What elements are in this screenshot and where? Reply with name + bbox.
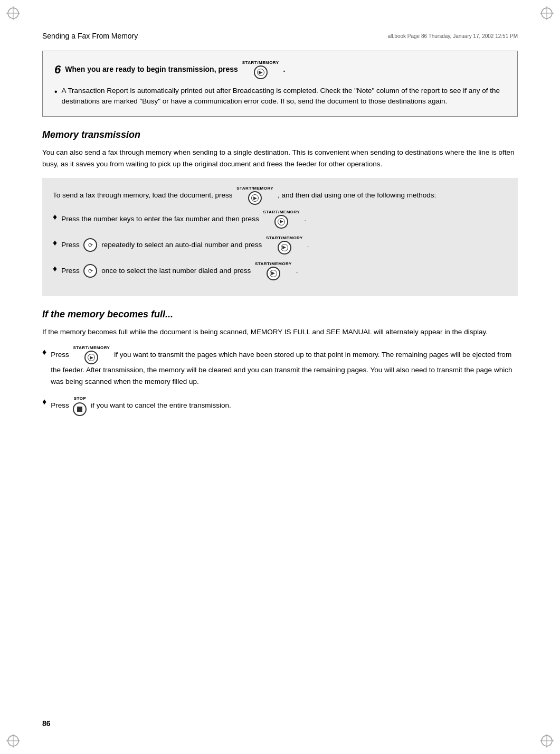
start-memory-inner-b3: ▶: [270, 270, 277, 277]
corner-mark-br: [539, 733, 555, 749]
start-memory-button-step6: START/MEMORY ▶: [242, 61, 279, 79]
start-memory-button-b1: START/MEMORY ▶: [263, 210, 300, 229]
start-memory-inner-info: ▶: [251, 194, 259, 202]
bullet-dot-3: ♦: [53, 262, 57, 275]
start-memory-arrow-info: ▶: [253, 194, 257, 202]
start-memory-circle-b2: ▶: [278, 241, 291, 255]
start-memory-circle-b3: ▶: [267, 267, 280, 280]
start-memory-circle-step6: ▶: [254, 65, 268, 79]
bullet-dot-mf2: ♦: [42, 397, 46, 407]
start-memory-circle-mf1: ▶: [84, 351, 98, 364]
start-memory-button-b2: START/MEMORY ▶: [266, 236, 303, 255]
step6-bullet: • A Transaction Report is automatically …: [54, 86, 506, 107]
info-box-intro: To send a fax through memory, load the d…: [53, 186, 507, 205]
start-memory-inner-step6: ▶: [257, 69, 264, 76]
info-bullet-2: ♦ Press ⟳ repeatedly to select an auto-d…: [53, 236, 507, 255]
info-bullet-3: ♦ Press ⟳ once to select the last number…: [53, 262, 507, 280]
info-bullet-1: ♦ Press the number keys to enter the fax…: [53, 210, 507, 229]
scroll-arrow-b3: ⟳: [88, 267, 93, 276]
start-memory-inner-b2: ▶: [281, 244, 288, 251]
step6-label: When you are ready to begin transmission…: [65, 61, 285, 79]
step6-box: 6 When you are ready to begin transmissi…: [42, 51, 518, 117]
start-memory-inner-b1: ▶: [278, 218, 285, 225]
scroll-button-b3: ⟳: [83, 264, 97, 278]
scroll-button-b2: ⟳: [83, 238, 97, 252]
start-memory-button-b3: START/MEMORY ▶: [255, 262, 292, 280]
start-memory-button-mf1: START/MEMORY ▶: [73, 346, 110, 364]
start-memory-label-b2: START/MEMORY: [266, 236, 303, 241]
corner-mark-tl: [5, 5, 21, 21]
file-info: all.book Page 86 Thursday, January 17, 2…: [388, 33, 518, 39]
stop-circle: [73, 402, 87, 416]
memory-transmission-info-box: To send a fax through memory, load the d…: [42, 178, 518, 296]
bullet-dot-step6: •: [54, 87, 58, 97]
start-memory-arrow-step6: ▶: [259, 70, 262, 75]
memory-full-bullet-2-text: Press STOP if you want to cancel the ent…: [51, 395, 231, 416]
memory-transmission-heading: Memory transmission: [42, 129, 518, 140]
corner-mark-bl: [5, 733, 21, 749]
page-header: Sending a Fax From Memory all.book Page …: [42, 32, 518, 40]
info-bullet-2-text: Press ⟳ repeatedly to select an auto-dia…: [61, 236, 309, 255]
start-memory-arrow-b2: ▶: [282, 244, 286, 251]
start-memory-circle-info: ▶: [248, 191, 262, 205]
start-memory-label-mf1: START/MEMORY: [73, 346, 110, 351]
start-memory-label-step6: START/MEMORY: [242, 61, 279, 65]
memory-full-heading: If the memory becomes full...: [42, 309, 518, 320]
memory-full-bullet-1: ♦ Press START/MEMORY ▶ if you want to tr…: [42, 346, 518, 387]
start-memory-inner-mf1: ▶: [88, 354, 95, 361]
page-title: Sending a Fax From Memory: [42, 32, 138, 40]
bullet-dot-2: ♦: [53, 237, 57, 249]
stop-square: [77, 407, 82, 412]
bullet-dot-mf1: ♦: [42, 347, 46, 357]
scroll-arrow-b2: ⟳: [88, 241, 93, 250]
info-bullet-3-text: Press ⟳ once to select the last number d…: [61, 262, 298, 280]
start-memory-label-b1: START/MEMORY: [263, 210, 300, 215]
step6-header: 6 When you are ready to begin transmissi…: [54, 61, 506, 79]
stop-label: STOP: [74, 395, 87, 402]
bullet-dot-1: ♦: [53, 211, 57, 223]
start-memory-label-b3: START/MEMORY: [255, 262, 292, 267]
start-memory-label-info: START/MEMORY: [236, 186, 273, 191]
memory-full-bullet-1-text: Press START/MEMORY ▶ if you want to tran…: [51, 346, 518, 387]
info-intro-text2: , and then dial using one of the followi…: [278, 191, 436, 199]
start-memory-arrow-mf1: ▶: [90, 354, 93, 361]
start-memory-arrow-b1: ▶: [280, 218, 283, 225]
stop-button: STOP: [73, 395, 87, 416]
start-memory-circle-b1: ▶: [274, 215, 288, 229]
start-memory-button-info: START/MEMORY ▶: [236, 186, 273, 205]
start-memory-arrow-b3: ▶: [271, 270, 275, 277]
page-number: 86: [42, 719, 51, 728]
info-intro-text1: To send a fax through memory, load the d…: [53, 191, 232, 199]
memory-full-bullet-2: ♦ Press STOP if you want to cancel the e…: [42, 395, 518, 416]
memory-transmission-para: You can also send a fax through memory w…: [42, 147, 518, 169]
corner-mark-tr: [539, 5, 555, 21]
page: Sending a Fax From Memory all.book Page …: [0, 0, 560, 754]
step6-number: 6: [54, 63, 61, 77]
step6-bullet-text: A Transaction Report is automatically pr…: [62, 86, 506, 107]
memory-full-para: If the memory becomes full while the doc…: [42, 326, 518, 338]
info-bullet-1-text: Press the number keys to enter the fax n…: [61, 210, 306, 229]
